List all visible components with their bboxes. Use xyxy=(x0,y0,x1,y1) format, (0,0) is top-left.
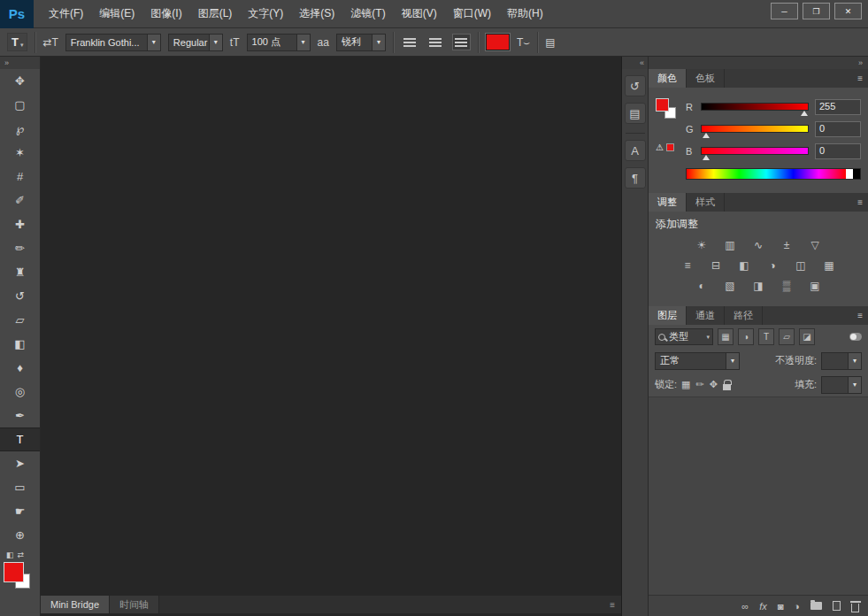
threshold-icon[interactable]: ◨ xyxy=(749,279,768,293)
tab-layers[interactable]: 图层 xyxy=(649,306,687,325)
layer-style-icon[interactable]: fx xyxy=(759,601,767,612)
green-value-field[interactable]: 0 xyxy=(815,121,861,137)
green-slider-thumb[interactable] xyxy=(703,133,710,138)
dock-expand-button[interactable]: « xyxy=(622,57,648,69)
blue-slider[interactable] xyxy=(701,147,809,155)
dodge-tool[interactable]: ◎ xyxy=(0,380,40,404)
font-family-select[interactable]: Franklin Gothi... ▾ xyxy=(65,34,161,51)
font-size-select[interactable]: 100 点 ▾ xyxy=(247,34,311,51)
restore-button[interactable]: ❐ xyxy=(803,3,830,19)
menu-layer[interactable]: 图层(L) xyxy=(190,2,241,26)
rectangle-tool[interactable]: ▭ xyxy=(0,475,40,499)
character-panel-button[interactable]: A xyxy=(625,140,646,161)
menu-edit[interactable]: 编辑(E) xyxy=(91,2,142,26)
curves-icon[interactable]: ∿ xyxy=(749,238,768,252)
history-panel-button[interactable]: ↺ xyxy=(625,75,646,96)
tab-paths[interactable]: 路径 xyxy=(725,306,763,325)
link-layers-icon[interactable]: ∞ xyxy=(741,601,749,612)
blue-slider-thumb[interactable] xyxy=(703,155,710,160)
black-chip[interactable] xyxy=(853,169,860,179)
align-left-button[interactable] xyxy=(401,34,419,50)
panel-menu-icon[interactable]: ≡ xyxy=(857,197,863,207)
menu-help[interactable]: 帮助(H) xyxy=(499,2,551,26)
panels-collapse-button[interactable]: » xyxy=(649,57,868,69)
filter-adjustment-layers-button[interactable]: ◑ xyxy=(738,328,754,345)
align-right-button[interactable] xyxy=(452,34,471,50)
new-layer-icon[interactable] xyxy=(833,601,841,611)
new-group-icon[interactable] xyxy=(810,602,822,610)
zoom-tool[interactable]: ⊕ xyxy=(0,523,40,547)
close-button[interactable]: ✕ xyxy=(834,3,862,19)
chevron-down-icon[interactable]: ▾ xyxy=(726,353,739,369)
gamut-color-chip[interactable] xyxy=(666,143,674,151)
chevron-down-icon[interactable]: ▾ xyxy=(209,35,222,50)
vibrance-icon[interactable]: ▽ xyxy=(805,238,825,252)
tool-preset-picker[interactable]: T ▾ xyxy=(7,33,27,51)
selective-color-icon[interactable]: ▣ xyxy=(805,279,825,293)
filter-smart-objects-button[interactable]: ◪ xyxy=(799,328,815,345)
warp-text-icon[interactable]: T⌣ xyxy=(517,36,530,49)
tab-timeline[interactable]: 时间轴 xyxy=(110,596,159,613)
layer-filter-type-select[interactable]: 类型 ▾ xyxy=(655,328,713,345)
red-slider-thumb[interactable] xyxy=(801,111,808,116)
adjustment-layer-icon[interactable]: ◑ xyxy=(794,601,800,612)
menu-window[interactable]: 窗口(W) xyxy=(445,2,499,26)
gradient-map-icon[interactable]: ▒ xyxy=(777,279,796,293)
chevron-down-icon[interactable]: ▾ xyxy=(147,35,160,50)
text-color-swatch[interactable] xyxy=(486,34,510,50)
type-tool[interactable]: T xyxy=(0,427,40,451)
blend-mode-select[interactable]: 正常 ▾ xyxy=(655,352,740,370)
layer-mask-icon[interactable]: ◙ xyxy=(778,601,784,612)
color-balance-icon[interactable]: ⊟ xyxy=(706,258,726,273)
swap-colors-icon[interactable]: ⇄ xyxy=(18,551,25,559)
clone-stamp-tool[interactable]: ♜ xyxy=(0,260,40,284)
tab-adjustments[interactable]: 调整 xyxy=(649,193,687,212)
layer-list[interactable] xyxy=(649,397,868,595)
brush-tool[interactable]: ✏ xyxy=(0,236,40,260)
exposure-icon[interactable]: ± xyxy=(777,238,796,252)
fill-select[interactable]: ▾ xyxy=(821,376,862,394)
tab-styles[interactable]: 样式 xyxy=(687,193,725,212)
text-orientation-icon[interactable]: ⇄T xyxy=(42,36,58,49)
delete-layer-icon[interactable] xyxy=(851,600,859,612)
layer-filter-toggle[interactable] xyxy=(849,333,862,341)
foreground-color-chip[interactable] xyxy=(656,98,669,112)
quick-selection-tool[interactable]: ✶ xyxy=(0,141,40,165)
eraser-tool[interactable]: ▱ xyxy=(0,308,40,332)
tab-color[interactable]: 颜色 xyxy=(649,69,687,88)
blur-tool[interactable]: ♦ xyxy=(0,356,40,380)
toggle-panels-icon[interactable]: ▤ xyxy=(545,36,555,49)
filter-shape-layers-button[interactable]: ▱ xyxy=(779,328,795,345)
menu-type[interactable]: 文字(Y) xyxy=(240,2,291,26)
move-tool[interactable]: ✥ xyxy=(0,69,40,93)
font-style-select[interactable]: Regular ▾ xyxy=(168,34,223,51)
path-selection-tool[interactable]: ➤ xyxy=(0,451,40,475)
chevron-down-icon[interactable]: ▾ xyxy=(848,377,861,393)
panel-menu-icon[interactable]: ≡ xyxy=(610,596,621,613)
foreground-color-swatch[interactable] xyxy=(4,562,24,582)
white-chip[interactable] xyxy=(846,169,853,179)
tab-mini-bridge[interactable]: Mini Bridge xyxy=(41,596,110,613)
black-white-icon[interactable]: ◧ xyxy=(734,258,754,273)
chevron-down-icon[interactable]: ▾ xyxy=(372,35,385,50)
menu-select[interactable]: 选择(S) xyxy=(291,2,342,26)
chevron-down-icon[interactable]: ▾ xyxy=(848,353,861,369)
lasso-tool[interactable]: ℘ xyxy=(0,117,40,141)
red-slider[interactable] xyxy=(701,103,809,111)
paragraph-panel-button[interactable]: ¶ xyxy=(625,167,646,189)
filter-pixel-layers-button[interactable]: ▦ xyxy=(718,328,734,345)
opacity-select[interactable]: ▾ xyxy=(821,352,862,370)
eyedropper-tool[interactable]: ✐ xyxy=(0,189,40,212)
minimize-button[interactable]: ─ xyxy=(771,3,798,19)
lock-image-icon[interactable]: ✏ xyxy=(695,379,703,390)
toolbar-collapse-button[interactable]: » xyxy=(0,57,40,69)
hue-saturation-icon[interactable]: ≡ xyxy=(678,258,697,273)
channel-mixer-icon[interactable]: ◫ xyxy=(791,258,810,273)
anti-alias-select[interactable]: 锐利 ▾ xyxy=(336,34,386,51)
color-lookup-icon[interactable]: ▦ xyxy=(819,258,839,273)
green-slider[interactable] xyxy=(701,125,809,133)
default-colors-icon[interactable]: ◧ xyxy=(6,551,14,559)
posterize-icon[interactable]: ▧ xyxy=(720,279,740,293)
pen-tool[interactable]: ✒ xyxy=(0,404,40,427)
panel-menu-icon[interactable]: ≡ xyxy=(857,73,863,83)
